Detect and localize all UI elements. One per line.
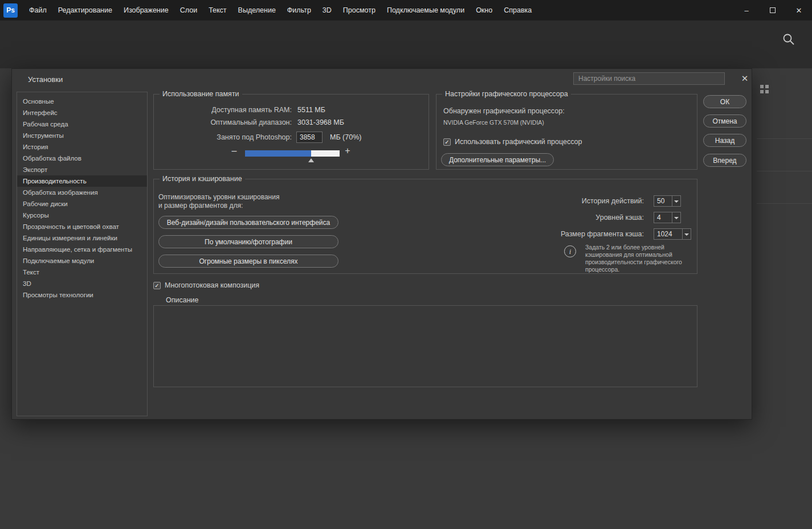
- ok-button[interactable]: ОК: [703, 95, 746, 108]
- sidebar-item-image-processing[interactable]: Обработка изображения: [17, 187, 147, 198]
- panel-divider: [757, 171, 812, 171]
- use-gpu-checkbox[interactable]: ✓: [443, 138, 451, 146]
- sidebar-item-type[interactable]: Текст: [17, 266, 147, 278]
- cache-tile-size-value: 1024 Кб: [654, 229, 682, 239]
- cache-levels-label: Уровней кэша:: [595, 214, 644, 222]
- back-button[interactable]: Назад: [703, 134, 746, 147]
- sidebar-item-export[interactable]: Экспорт: [17, 164, 147, 175]
- cache-tile-size-select[interactable]: 1024 Кб: [654, 228, 691, 240]
- description-label: Описание: [166, 296, 199, 304]
- grid-square: [760, 85, 764, 88]
- gpu-settings-group-title: Настройки графического процессора: [442, 90, 571, 98]
- sidebar-item-scratch-disks[interactable]: Рабочие диски: [17, 198, 147, 210]
- panel-divider: [757, 138, 812, 139]
- cancel-button[interactable]: Отмена: [703, 114, 746, 128]
- history-states-row: История действий: 50: [154, 195, 697, 207]
- sidebar-item-plugins[interactable]: Подключаемые модули: [17, 255, 147, 266]
- photoshop-memory-label: Занято под Photoshop:: [154, 133, 292, 141]
- menu-file[interactable]: Файл: [23, 0, 52, 20]
- memory-slider[interactable]: [245, 150, 340, 157]
- sidebar-item-units-rulers[interactable]: Единицы измерения и линейки: [17, 232, 147, 244]
- cache-levels-select[interactable]: 4: [654, 212, 681, 223]
- preferences-dialog: Установки ✕ Основные Интерфейс Рабочая с…: [11, 68, 752, 420]
- preferences-search-input[interactable]: [573, 72, 725, 85]
- menu-edit[interactable]: Редактирование: [52, 0, 118, 20]
- info-icon: i: [564, 245, 576, 257]
- menu-3d[interactable]: 3D: [317, 0, 337, 20]
- forward-button[interactable]: Вперед: [703, 154, 746, 167]
- sidebar-item-interface[interactable]: Интерфейс: [17, 107, 147, 118]
- sidebar-item-tools[interactable]: Инструменты: [17, 130, 147, 141]
- photoshop-logo: Ps: [3, 3, 18, 18]
- chevron-down-icon: [672, 212, 680, 223]
- cache-tile-size-row: Размер фрагмента кэша: 1024 Кб: [154, 228, 697, 240]
- ideal-range-label: Оптимальный диапазон:: [154, 118, 292, 126]
- description-box: [153, 305, 697, 387]
- gpu-name-value: NVIDIA GeForce GTX 570M (NVIDIA): [443, 119, 544, 126]
- menu-items: Файл Редактирование Изображение Слои Тек…: [23, 0, 537, 20]
- sidebar-item-performance[interactable]: Производительность: [17, 175, 147, 187]
- maximize-button[interactable]: [760, 0, 786, 20]
- panel-grid-icon[interactable]: [760, 85, 769, 93]
- menu-image[interactable]: Изображение: [118, 0, 174, 20]
- use-gpu-row: ✓ Использовать графический процессор: [443, 138, 582, 146]
- grid-square: [765, 90, 769, 93]
- gpu-advanced-settings-button[interactable]: Дополнительные параметры...: [441, 153, 554, 166]
- multithreaded-compositing-label: Многопотоковая композиция: [165, 281, 259, 289]
- chevron-down-icon: [682, 229, 691, 239]
- photoshop-memory-suffix: МБ (70%): [330, 133, 361, 141]
- menu-window[interactable]: Окно: [470, 0, 498, 20]
- sidebar-item-guides-grid-slices[interactable]: Направляющие, сетка и фрагменты: [17, 244, 147, 255]
- cache-levels-value: 4: [654, 212, 672, 223]
- sidebar-item-transparency-gamut[interactable]: Прозрачность и цветовой охват: [17, 221, 147, 232]
- gpu-detected-label: Обнаружен графический процессор:: [443, 107, 565, 115]
- menu-plugins[interactable]: Подключаемые модули: [381, 0, 470, 20]
- history-states-select[interactable]: 50: [654, 195, 681, 207]
- cache-tile-size-label: Размер фрагмента кэша:: [561, 230, 644, 238]
- sidebar-item-workspace[interactable]: Рабочая среда: [17, 118, 147, 130]
- dialog-close-button[interactable]: ✕: [739, 73, 750, 84]
- ram-available-value: 5511 МБ: [297, 106, 325, 114]
- sidebar-item-cursors[interactable]: Курсоры: [17, 210, 147, 221]
- menu-select[interactable]: Выделение: [232, 0, 281, 20]
- grid-square: [765, 85, 769, 88]
- close-window-button[interactable]: ✕: [786, 0, 812, 20]
- grid-square: [760, 90, 764, 93]
- options-bar-background: [0, 20, 812, 68]
- menu-filter[interactable]: Фильтр: [281, 0, 317, 20]
- maximize-icon: [770, 7, 776, 13]
- history-cache-group-title: История и кэширование: [160, 175, 245, 183]
- photoshop-memory-input[interactable]: [296, 132, 323, 143]
- search-icon[interactable]: [782, 32, 795, 46]
- ram-available-label: Доступная память RAM:: [154, 106, 292, 114]
- dialog-title: Установки: [28, 75, 63, 84]
- cache-info-text: Задать 2 или более уровней кэширования д…: [585, 244, 685, 274]
- history-cache-group: История и кэширование Оптимизировать уро…: [153, 179, 697, 274]
- minimize-icon: –: [744, 6, 748, 15]
- menu-type[interactable]: Текст: [203, 0, 232, 20]
- memory-slider-fill: [245, 150, 311, 157]
- history-states-value: 50: [654, 196, 672, 206]
- sidebar-item-technology-previews[interactable]: Просмотры технологии: [17, 289, 147, 301]
- preset-huge-pixel-button[interactable]: Огромные размеры в пикселях: [158, 255, 338, 268]
- memory-usage-group: Использование памяти Доступная память RA…: [153, 94, 429, 170]
- cache-levels-row: Уровней кэша: 4: [154, 212, 697, 223]
- menu-help[interactable]: Справка: [498, 0, 537, 20]
- memory-slider-handle[interactable]: [308, 158, 314, 162]
- ideal-range-value: 3031-3968 МБ: [297, 118, 344, 126]
- sidebar-item-general[interactable]: Основные: [17, 96, 147, 107]
- multithreaded-compositing-checkbox[interactable]: ✓: [153, 282, 161, 289]
- menu-bar: Ps Файл Редактирование Изображение Слои …: [0, 0, 812, 20]
- menu-layers[interactable]: Слои: [174, 0, 203, 20]
- sidebar-item-file-handling[interactable]: Обработка файлов: [17, 153, 147, 164]
- minimize-button[interactable]: –: [733, 0, 760, 20]
- menu-view[interactable]: Просмотр: [337, 0, 381, 20]
- sidebar-item-3d[interactable]: 3D: [17, 278, 147, 289]
- panel-divider: [757, 203, 812, 204]
- photoshop-window: Ps Файл Редактирование Изображение Слои …: [0, 0, 812, 529]
- memory-increase-button[interactable]: +: [343, 146, 352, 156]
- memory-decrease-button[interactable]: –: [230, 146, 239, 156]
- chevron-down-icon: [672, 196, 680, 206]
- magnifier-icon: [782, 32, 795, 46]
- sidebar-item-history[interactable]: История: [17, 141, 147, 153]
